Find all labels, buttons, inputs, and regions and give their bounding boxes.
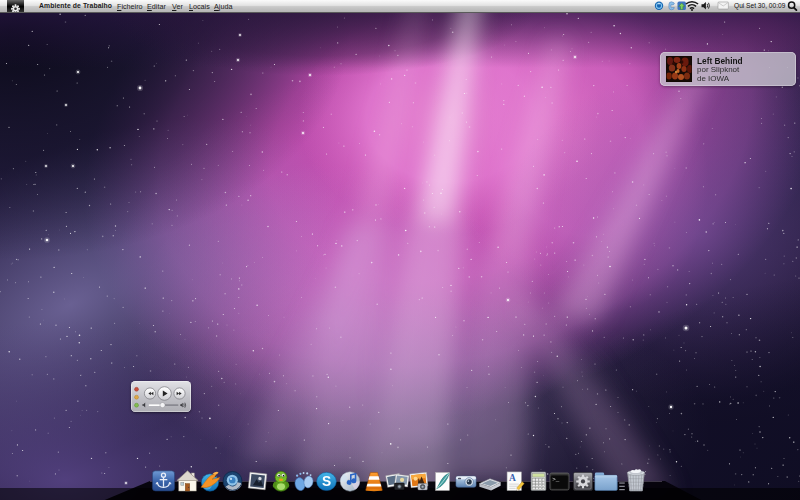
svg-text:>_: >_ (552, 476, 559, 483)
svg-text:A: A (509, 473, 516, 483)
svg-text:S: S (322, 474, 331, 489)
